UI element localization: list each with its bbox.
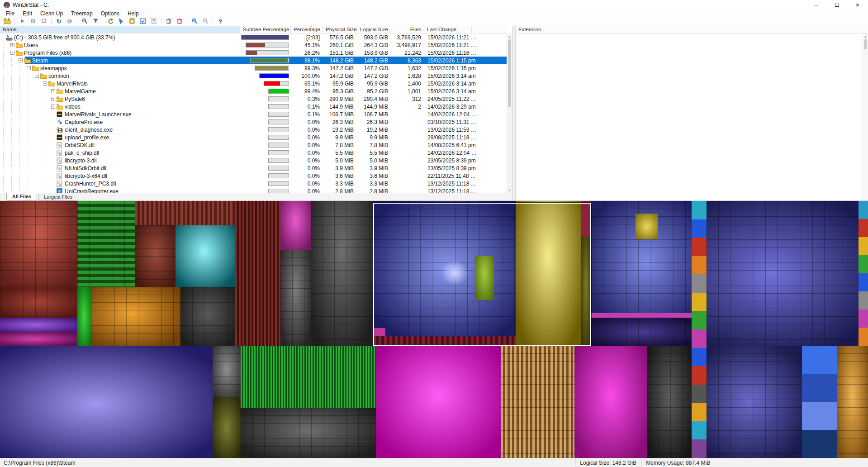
tree-row[interactable]: UniCrashReporter.exe0.0%2.8 MiB2.8 MiB13… [0,187,507,193]
column-header-last-change[interactable]: Last Change [424,26,472,33]
treemap-cell[interactable] [373,336,516,346]
scrollbar-thumb[interactable] [864,39,867,49]
tree-row[interactable]: upload_profile.exe0.0%9.9 MiB9.9 MiB29/0… [0,133,507,141]
treemap-cell[interactable] [591,313,692,318]
select-item-button[interactable] [116,17,127,26]
tree-row[interactable]: −Program Files (x86)26.2%151.1 GiB153.9 … [0,49,507,57]
properties-button[interactable] [148,17,159,26]
stop-scan-button[interactable] [38,17,49,26]
zoom-out-button[interactable] [200,17,211,26]
tree-row[interactable]: pak_c_ship.dll0.0%5.5 MiB5.5 MiB14/02/20… [0,149,507,157]
column-header-logical-size[interactable]: Logical Size [357,26,391,33]
delete-to-bin-button[interactable] [163,17,174,26]
treemap-cell[interactable] [475,256,494,300]
treemap-view[interactable] [0,201,868,458]
filter-button[interactable] [90,17,101,26]
tree-row[interactable]: +videos0.1%144.9 MiB144.9 MiB214/02/2026… [0,103,507,110]
tree-row[interactable]: libcrypto-3-x64.dll0.0%3.6 MiB3.6 MiB22/… [0,172,507,180]
treemap-cell[interactable] [91,287,180,346]
refresh-selected-button[interactable]: ⟳ [64,17,75,26]
treemap-cell[interactable] [591,318,692,346]
tree-row[interactable]: CapturePro.exe0.0%26.3 MiB26.3 MiB03/10/… [0,118,507,126]
treemap-cell[interactable] [707,201,868,346]
treemap-cell[interactable] [180,287,235,346]
treemap-cell[interactable] [692,201,707,458]
maximize-button[interactable] [826,0,847,10]
expand-icon[interactable]: + [51,97,55,101]
treemap-cell[interactable] [376,346,501,458]
tree-row[interactable]: client_diagnose.exe0.0%19.2 MiB19.2 MiB1… [0,126,507,133]
tab-all-files[interactable]: All Files [6,193,37,200]
treemap-cell[interactable] [311,201,373,346]
treemap-cell[interactable] [280,250,311,346]
tree-row[interactable]: −MarvelRivals65.1%95.9 GiB95.9 GiB1,4001… [0,80,507,87]
scrollbar-thumb[interactable] [508,39,511,107]
tree-row[interactable]: OrbitSDK.dll0.0%7.8 MiB7.8 MiB14/08/2025… [0,141,507,149]
treemap-cell[interactable] [373,328,385,336]
tree-row[interactable]: −steamapps99.3%147.2 GiB147.2 GiB1,63215… [0,64,507,72]
treemap-cell[interactable] [77,201,136,287]
expand-icon[interactable]: + [10,43,14,47]
scroll-down-arrow-icon[interactable]: ▼ [507,187,512,193]
refresh-all-button[interactable]: ↻ [53,17,64,26]
treemap-cell[interactable] [235,201,280,346]
extension-column-header[interactable]: Extension [516,26,868,33]
close-button[interactable]: × [847,0,868,10]
treemap-cell[interactable] [802,346,837,458]
tree-row[interactable]: +MarvelGame99.4%95.3 GiB95.2 GiB1,00115/… [0,87,507,95]
treemap-cell[interactable] [0,332,77,346]
menu-item-edit[interactable]: Edit [19,10,36,17]
treemap-cell[interactable] [135,201,235,225]
pause-scan-button[interactable] [28,17,38,26]
treemap-cell[interactable] [175,225,235,287]
collapse-icon[interactable]: − [10,51,14,55]
treemap-cell[interactable] [581,237,591,346]
collapse-icon[interactable]: − [27,66,31,70]
treemap-cell[interactable] [77,287,91,346]
treemap-cell[interactable] [707,346,802,458]
delete-permanently-button[interactable] [174,17,185,26]
treemap-cell[interactable] [636,214,658,239]
expand-icon[interactable]: + [51,105,55,109]
tree-vertical-scrollbar[interactable]: ▲ ▼ [507,33,512,193]
help-button[interactable]: ? [215,17,226,26]
treemap-cell[interactable] [135,225,175,287]
treemap-cell[interactable] [647,346,692,458]
column-header-percentage[interactable]: Percentageˆ [291,26,323,33]
collapse-icon[interactable]: − [19,58,23,62]
zoom-in-button[interactable] [189,17,200,26]
tab-largest-files[interactable]: Largest Files [38,194,78,200]
menu-item-clean-up[interactable]: Clean Up [36,10,67,17]
minimize-button[interactable]: – [806,0,826,10]
menu-item-file[interactable]: File [2,10,19,17]
tree-row[interactable]: −Steam98.1%148.2 GiB148.2 GiB8,36315/02/… [0,57,507,64]
tree-row[interactable]: +Users45.1%260.1 GiB264.3 GiB3,498,91715… [0,41,507,49]
copy-path-button[interactable] [105,17,116,26]
treemap-cell[interactable] [516,201,581,346]
treemap-cell[interactable] [213,397,240,458]
collapse-icon[interactable]: − [35,74,39,78]
column-header-name[interactable]: Name [0,26,240,33]
treemap-cell[interactable] [441,260,469,286]
tree-row[interactable]: CrashHunter_PC3.dll0.0%3.3 MiB3.3 MiB13/… [0,180,507,187]
tree-row[interactable]: libcrypto-3.dll0.0%5.0 MiB5.0 MiB23/05/2… [0,157,507,164]
treemap-cell[interactable] [501,346,574,458]
tree-row[interactable]: +PySide60.3%290.9 MiB290.4 MiB31224/05/2… [0,95,507,103]
column-header-subtree-percentage[interactable]: Subtree Percentage [240,26,291,33]
collapse-icon[interactable]: − [43,81,47,86]
treemap-cell[interactable] [0,201,77,287]
treemap-cell[interactable] [837,346,868,458]
search-button[interactable] [79,17,90,26]
paste-button[interactable] [127,17,138,26]
treemap-cell[interactable] [0,346,213,458]
treemap-cell[interactable] [213,346,240,397]
treemap-cell[interactable] [0,287,77,318]
open-folder-button[interactable] [2,17,13,26]
tree-row[interactable]: NtUniSdkOrbit.dll0.0%3.9 MiB3.9 MiB23/05… [0,164,507,172]
column-header-physical-size[interactable]: Physical Size [323,26,357,33]
menu-item-treemap[interactable]: Treemap [67,10,97,17]
treemap-cell[interactable] [574,346,646,458]
tree-row[interactable]: (C:) - 303.5 GiB free of 900.4 GiB (33.7… [0,33,507,41]
extension-scrollbar[interactable]: ▲ [863,33,868,200]
column-header-files[interactable]: Files [391,26,424,33]
